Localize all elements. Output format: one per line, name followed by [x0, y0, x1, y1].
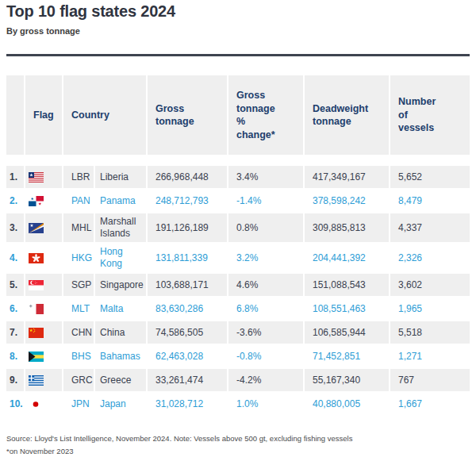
deadweight-cell: 204,441,392: [305, 244, 390, 274]
gross-tonnage-cell: 62,463,028: [148, 345, 228, 369]
flag-cell: [25, 274, 63, 298]
gt-change-cell: -4.2%: [228, 369, 305, 393]
deadweight-cell: 106,585,944: [305, 321, 390, 345]
col-header-flag: Flag: [25, 75, 63, 166]
vessels-cell: 3,602: [390, 274, 470, 298]
table-row: 5. SGP Singapore 103,688,171 4.6% 151,08…: [6, 274, 470, 298]
col-header-deadweight-label: Deadweight tonnage: [313, 102, 378, 129]
hong-kong-flag-icon: [29, 253, 44, 263]
table-row: 10. JPN Japan 31,028,712 1.0% 40,880,005…: [6, 393, 470, 417]
deadweight-cell: 55,167,340: [305, 369, 390, 393]
country-cell: Bahamas: [95, 345, 148, 369]
gross-tonnage-cell: 131,811,339: [148, 244, 228, 274]
vessels-cell: 1,667: [390, 393, 470, 417]
gt-change-cell: 1.0%: [228, 393, 305, 417]
flag-cell: [25, 393, 63, 417]
china-flag-icon: [29, 328, 44, 338]
col-header-gt-change: Gross tonnage % change*: [228, 75, 305, 166]
deadweight-cell: 151,088,543: [305, 274, 390, 298]
rank-cell: 7.: [6, 321, 25, 345]
page-title: Top 10 flag states 2024: [6, 2, 175, 21]
japan-flag-icon: [29, 399, 44, 409]
flag-states-table: Flag Country Gross tonnage Gross tonnage…: [6, 75, 470, 417]
code-cell: MHL: [63, 213, 95, 244]
flag-cell: [25, 166, 63, 190]
country-cell: Hong Kong: [95, 244, 148, 274]
source-note: Source: Lloyd's List Intelligence, Novem…: [6, 432, 352, 445]
table-row: 6. MLT Malta 83,630,286 6.8% 108,551,463…: [6, 298, 470, 321]
greece-flag-icon: [29, 375, 44, 386]
gross-tonnage-cell: 74,586,505: [148, 321, 228, 345]
code-cell: JPN: [63, 393, 95, 417]
vessels-cell: 5,518: [390, 321, 470, 345]
col-header-rank: [6, 75, 25, 166]
gt-change-cell: 0.8%: [228, 213, 305, 244]
rank-cell: 6.: [6, 298, 25, 321]
singapore-flag-icon: [29, 280, 44, 290]
vessels-cell: 767: [390, 369, 470, 393]
gross-tonnage-cell: 103,688,171: [148, 274, 228, 298]
rank-cell: 3.: [6, 213, 25, 244]
col-header-deadweight: Deadweight tonnage: [305, 75, 390, 166]
gt-change-cell: -0.8%: [228, 345, 305, 369]
code-cell: SGP: [63, 274, 95, 298]
vessels-cell: 1,965: [390, 298, 470, 321]
code-cell: HKG: [63, 244, 95, 274]
table-row: 1. LBR Liberia 266,968,448 3.4% 417,349,…: [6, 166, 470, 190]
country-cell: Panama: [95, 190, 148, 213]
vessels-cell: 1,271: [390, 345, 470, 369]
deadweight-cell: 378,598,242: [305, 190, 390, 213]
col-header-vessels: Number of vessels: [390, 75, 470, 166]
footnote: Source: Lloyd's List Intelligence, Novem…: [6, 432, 352, 458]
vessels-cell: 4,337: [390, 213, 470, 244]
country-cell: Greece: [95, 369, 148, 393]
code-cell: LBR: [63, 166, 95, 190]
gross-tonnage-cell: 33,261,474: [148, 369, 228, 393]
flag-cell: [25, 298, 63, 321]
gt-change-cell: 3.2%: [228, 244, 305, 274]
rank-cell: 9.: [6, 369, 25, 393]
table-row: 9. GRC Greece 33,261,474 -4.2% 55,167,34…: [6, 369, 470, 393]
gross-tonnage-cell: 248,712,793: [148, 190, 228, 213]
code-cell: GRC: [63, 369, 95, 393]
rank-cell: 2.: [6, 190, 25, 213]
col-header-vessels-label: Number of vessels: [398, 95, 440, 135]
country-cell: Liberia: [95, 166, 148, 190]
rank-cell: 1.: [6, 166, 25, 190]
flag-cell: [25, 244, 63, 274]
table-row: 3. MHL Marshall Islands 191,126,189 0.8%…: [6, 213, 470, 244]
country-cell: Malta: [95, 298, 148, 321]
panama-flag-icon: [29, 196, 44, 206]
liberia-flag-icon: [29, 172, 44, 182]
vessels-cell: 5,652: [390, 166, 470, 190]
col-header-flag-label: Flag: [33, 109, 54, 122]
flag-cell: [25, 369, 63, 393]
rank-cell: 8.: [6, 345, 25, 369]
gt-change-cell: -1.4%: [228, 190, 305, 213]
country-cell: Japan: [95, 393, 148, 417]
gross-tonnage-cell: 191,126,189: [148, 213, 228, 244]
deadweight-cell: 417,349,167: [305, 166, 390, 190]
col-header-country: Country: [63, 75, 148, 166]
malta-flag-icon: [29, 304, 44, 314]
vessels-cell: 2,326: [390, 244, 470, 274]
flag-cell: [25, 213, 63, 244]
flag-cell: [25, 321, 63, 345]
code-cell: CHN: [63, 321, 95, 345]
col-header-country-label: Country: [71, 109, 109, 122]
table-row: 4. HKG Hong Kong 131,811,339 3.2% 204,44: [6, 244, 470, 274]
code-cell: MLT: [63, 298, 95, 321]
rank-cell: 4.: [6, 244, 25, 274]
gross-tonnage-cell: 266,968,448: [148, 166, 228, 190]
deadweight-cell: 71,452,851: [305, 345, 390, 369]
asterisk-note: *on November 2023: [6, 445, 352, 458]
col-header-gross-tonnage-label: Gross tonnage: [155, 102, 203, 129]
table-row: 7. CHN China 74,586,505 -3.6% 106,585,94…: [6, 321, 470, 345]
deadweight-cell: 309,885,813: [305, 213, 390, 244]
code-cell: BHS: [63, 345, 95, 369]
gt-change-cell: -3.6%: [228, 321, 305, 345]
gross-tonnage-cell: 83,630,286: [148, 298, 228, 321]
deadweight-cell: 40,880,005: [305, 393, 390, 417]
rank-cell: 10.: [6, 393, 25, 417]
bahamas-flag-icon: [29, 352, 44, 362]
